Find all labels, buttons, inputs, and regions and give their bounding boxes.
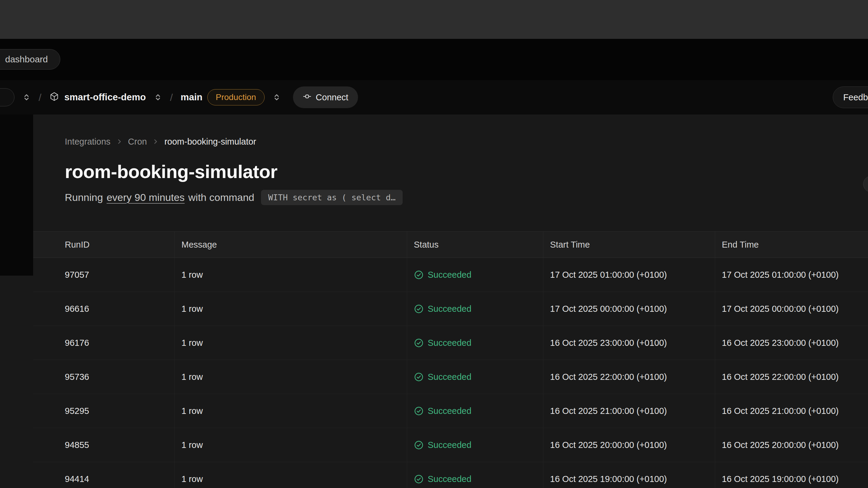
breadcrumb-slash: /: [38, 92, 41, 103]
chevron-right-icon: [152, 138, 159, 145]
cell-status: Succeeded: [407, 428, 543, 462]
cell-run-id: 97057: [33, 258, 175, 292]
table-row[interactable]: 95736 1 row Succeeded 16 Oct 2025 22:00:…: [33, 360, 868, 394]
cell-start-time: 17 Oct 2025 01:00:00 (+0100): [543, 258, 715, 292]
column-header-start-time: Start Time: [543, 232, 715, 258]
cell-message: 1 row: [175, 462, 407, 488]
column-header-end-time: End Time: [715, 232, 868, 258]
project-selector[interactable]: smart-office-demo: [49, 92, 146, 103]
table-row[interactable]: 95295 1 row Succeeded 16 Oct 2025 21:00:…: [33, 394, 868, 428]
cell-message: 1 row: [175, 360, 407, 394]
cell-status: Succeeded: [407, 326, 543, 360]
plug-icon: [303, 92, 312, 103]
cell-status: Succeeded: [407, 360, 543, 394]
chevron-right-icon: [116, 138, 123, 145]
cell-status: Succeeded: [407, 394, 543, 428]
production-badge[interactable]: Production: [207, 89, 265, 105]
cell-status: Succeeded: [407, 258, 543, 292]
page-title: room-booking-simulator: [33, 162, 868, 182]
breadcrumb-integrations[interactable]: Integrations: [65, 136, 111, 147]
cell-run-id: 94414: [33, 462, 175, 488]
cell-start-time: 16 Oct 2025 22:00:00 (+0100): [543, 360, 715, 394]
branch-switcher-chevrons-icon[interactable]: [273, 93, 281, 101]
cell-run-id: 94855: [33, 428, 175, 462]
cell-start-time: 16 Oct 2025 19:00:00 (+0100): [543, 462, 715, 488]
check-circle-icon: [414, 440, 424, 450]
project-switcher-chevrons-icon[interactable]: [154, 93, 162, 101]
cell-run-id: 96616: [33, 292, 175, 326]
main-content: Integrations Cron room-booking-simulator…: [0, 115, 868, 488]
top-bar: [0, 0, 868, 39]
cell-status: Succeeded: [407, 292, 543, 326]
status-label: Succeeded: [428, 440, 471, 450]
collapsed-sidebar[interactable]: [0, 115, 33, 275]
branch-name: main: [181, 92, 202, 103]
cell-status: Succeeded: [407, 462, 543, 488]
runs-table: RunID Message Status Start Time End Time…: [33, 231, 868, 488]
cell-end-time: 17 Oct 2025 01:00:00 (+0100): [715, 258, 868, 292]
table-row[interactable]: 96176 1 row Succeeded 16 Oct 2025 23:00:…: [33, 326, 868, 360]
column-header-message: Message: [175, 232, 407, 258]
cell-end-time: 16 Oct 2025 23:00:00 (+0100): [715, 326, 868, 360]
cell-message: 1 row: [175, 428, 407, 462]
breadcrumb-cron[interactable]: Cron: [128, 136, 147, 147]
schedule-interval[interactable]: every 90 minutes: [107, 192, 185, 203]
table-row[interactable]: 96616 1 row Succeeded 17 Oct 2025 00:00:…: [33, 292, 868, 326]
project-name: smart-office-demo: [64, 92, 146, 103]
status-label: Succeeded: [428, 406, 471, 416]
workspace-selector-clipped[interactable]: [0, 88, 14, 106]
check-circle-icon: [414, 270, 424, 280]
cell-end-time: 16 Oct 2025 22:00:00 (+0100): [715, 360, 868, 394]
branch-selector[interactable]: main Production: [181, 89, 264, 105]
connect-button[interactable]: Connect: [293, 87, 358, 108]
table-row[interactable]: 94855 1 row Succeeded 16 Oct 2025 20:00:…: [33, 428, 868, 462]
connect-button-label: Connect: [316, 93, 348, 102]
app-nav-bar: / smart-office-demo / main Production Co…: [0, 80, 868, 115]
breadcrumb-current-page: room-booking-simulator: [164, 136, 256, 147]
tab-dashboard-label: dashboard: [5, 54, 48, 64]
column-header-status: Status: [407, 232, 543, 258]
cell-message: 1 row: [175, 258, 407, 292]
check-circle-icon: [414, 406, 424, 416]
schedule-prefix: Running: [65, 192, 103, 203]
workspace-switcher-chevrons-icon[interactable]: [22, 93, 31, 101]
check-circle-icon: [414, 474, 424, 484]
tab-dashboard[interactable]: dashboard: [0, 49, 60, 70]
status-label: Succeeded: [428, 372, 471, 382]
table-row[interactable]: 94414 1 row Succeeded 16 Oct 2025 19:00:…: [33, 462, 868, 488]
cell-message: 1 row: [175, 326, 407, 360]
command-snippet-chip[interactable]: WITH secret as ( select d…: [261, 190, 403, 205]
check-circle-icon: [414, 372, 424, 382]
feedback-button-label: Feedback: [843, 93, 868, 102]
breadcrumb: Integrations Cron room-booking-simulator: [33, 136, 868, 147]
schedule-description: Running every 90 minutes with command WI…: [33, 190, 868, 205]
column-header-runid: RunID: [33, 232, 175, 258]
page-header: Integrations Cron room-booking-simulator…: [33, 115, 868, 205]
cell-end-time: 16 Oct 2025 21:00:00 (+0100): [715, 394, 868, 428]
status-label: Succeeded: [428, 304, 471, 314]
cell-run-id: 95295: [33, 394, 175, 428]
tab-bar: dashboard: [0, 39, 868, 80]
table-body: 97057 1 row Succeeded 17 Oct 2025 01:00:…: [33, 258, 868, 488]
status-label: Succeeded: [428, 270, 471, 280]
cell-end-time: 17 Oct 2025 00:00:00 (+0100): [715, 292, 868, 326]
cell-start-time: 16 Oct 2025 21:00:00 (+0100): [543, 394, 715, 428]
cell-start-time: 16 Oct 2025 23:00:00 (+0100): [543, 326, 715, 360]
feedback-button[interactable]: Feedback: [833, 87, 868, 108]
cell-end-time: 16 Oct 2025 19:00:00 (+0100): [715, 462, 868, 488]
cell-message: 1 row: [175, 292, 407, 326]
status-label: Succeeded: [428, 338, 471, 348]
cell-end-time: 16 Oct 2025 20:00:00 (+0100): [715, 428, 868, 462]
table-row[interactable]: 97057 1 row Succeeded 17 Oct 2025 01:00:…: [33, 258, 868, 292]
cell-run-id: 96176: [33, 326, 175, 360]
cell-message: 1 row: [175, 394, 407, 428]
check-circle-icon: [414, 304, 424, 314]
database-cube-icon: [49, 92, 59, 103]
schedule-suffix: with command: [188, 192, 254, 203]
cell-run-id: 95736: [33, 360, 175, 394]
breadcrumb-slash: /: [170, 92, 173, 103]
cell-start-time: 17 Oct 2025 00:00:00 (+0100): [543, 292, 715, 326]
cell-start-time: 16 Oct 2025 20:00:00 (+0100): [543, 428, 715, 462]
status-label: Succeeded: [428, 474, 471, 484]
table-header-row: RunID Message Status Start Time End Time: [33, 231, 868, 258]
